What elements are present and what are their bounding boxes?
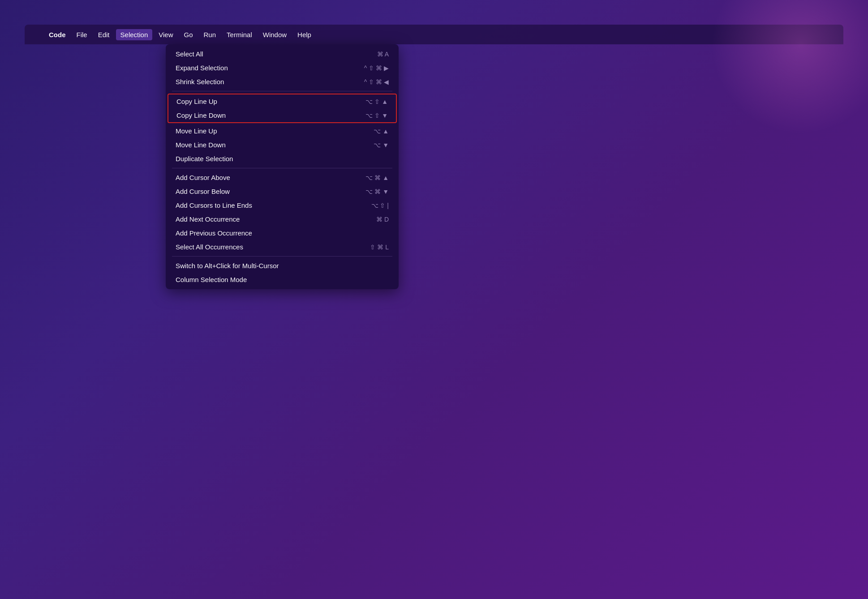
menu-item-add-next-occurrence[interactable]: Add Next Occurrence ⌘ D [168,212,397,226]
menu-item-add-cursor-above[interactable]: Add Cursor Above ⌥ ⌘ ▲ [168,171,397,184]
selection-dropdown: Select All ⌘ A Expand Selection ^ ⇧ ⌘ ▶ … [166,44,399,289]
menubar-item-help[interactable]: Help [293,29,316,40]
menubar-item-run[interactable]: Run [199,29,221,40]
menubar-item-terminal[interactable]: Terminal [222,29,257,40]
separator-1 [172,91,392,91]
separator-2 [172,168,392,168]
menu-item-column-selection-mode[interactable]: Column Selection Mode [168,273,397,287]
menu-item-move-line-down[interactable]: Move Line Down ⌥ ▼ [168,138,397,152]
menubar: Code File Edit Selection View Go Run Ter… [25,25,843,44]
menu-item-expand-selection[interactable]: Expand Selection ^ ⇧ ⌘ ▶ [168,61,397,75]
apple-menu-item[interactable] [32,33,41,36]
menubar-item-edit[interactable]: Edit [94,29,114,40]
menubar-item-go[interactable]: Go [180,29,198,40]
menubar-item-file[interactable]: File [72,29,92,40]
menu-item-copy-line-up[interactable]: Copy Line Up ⌥ ⇧ ▲ [168,94,396,108]
menu-item-move-line-up[interactable]: Move Line Up ⌥ ▲ [168,124,397,138]
menu-item-select-all-occurrences[interactable]: Select All Occurrences ⇧ ⌘ L [168,240,397,254]
menu-item-copy-line-down[interactable]: Copy Line Down ⌥ ⇧ ▼ [168,108,396,122]
menubar-item-selection[interactable]: Selection [116,29,153,40]
menu-item-select-all[interactable]: Select All ⌘ A [168,47,397,61]
menu-item-duplicate-selection[interactable]: Duplicate Selection [168,152,397,166]
menubar-item-view[interactable]: View [154,29,177,40]
highlighted-group: Copy Line Up ⌥ ⇧ ▲ Copy Line Down ⌥ ⇧ ▼ [168,94,397,123]
menu-item-add-cursor-below[interactable]: Add Cursor Below ⌥ ⌘ ▼ [168,184,397,198]
menu-item-add-previous-occurrence[interactable]: Add Previous Occurrence [168,226,397,240]
menu-item-shrink-selection[interactable]: Shrink Selection ^ ⇧ ⌘ ◀ [168,75,397,89]
menubar-item-code[interactable]: Code [44,29,70,40]
menubar-item-window[interactable]: Window [258,29,291,40]
menu-item-add-cursors-line-ends[interactable]: Add Cursors to Line Ends ⌥ ⇧ | [168,198,397,212]
separator-3 [172,256,392,257]
menu-item-switch-alt-click[interactable]: Switch to Alt+Click for Multi-Cursor [168,259,397,273]
